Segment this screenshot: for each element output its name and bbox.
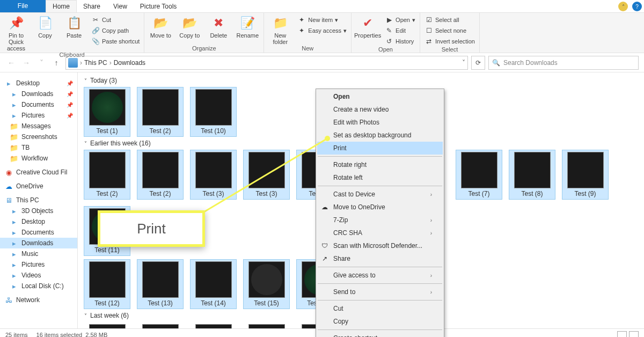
crumb-pc[interactable]: This PC (84, 59, 107, 67)
sidebar-item-network[interactable]: 🖧Network (0, 295, 77, 305)
file-item[interactable]: Test (1) (84, 87, 130, 136)
ctx-sevenzip[interactable]: 7-Zip› (317, 214, 443, 226)
sidebar-item-desktop[interactable]: ▸Desktop📌 (0, 78, 77, 89)
file-item[interactable]: Test (12) (84, 260, 130, 309)
history-button[interactable]: ↺History (384, 36, 416, 46)
sidebar-item-screenshots[interactable]: 📁Screenshots (0, 131, 77, 142)
sidebar-item-tb[interactable]: 📁TB (0, 142, 77, 153)
view-toggle[interactable] (617, 331, 639, 338)
tab-share[interactable]: Share (77, 0, 107, 12)
sidebar-item-dobjects[interactable]: ▸3D Objects (0, 206, 77, 216)
sidebar-item-documents[interactable]: ▸Documents (0, 227, 77, 238)
tab-picture-tools[interactable]: Picture Tools (134, 0, 183, 12)
copy-to-button[interactable]: 📂Copy to (177, 14, 202, 39)
thumbnail (248, 261, 285, 298)
forward-button[interactable]: → (20, 57, 32, 69)
ctx-share[interactable]: ↗Share (317, 252, 443, 265)
delete-button[interactable]: ✖Delete (206, 14, 231, 39)
file-item[interactable]: Test (6) (191, 323, 236, 328)
chevron-down-icon[interactable]: ˅ (462, 59, 465, 67)
ctx-setbg[interactable]: Set as desktop background (317, 129, 443, 142)
sidebar-item-pictures[interactable]: ▸Pictures (0, 259, 77, 270)
ctx-print[interactable]: Print (317, 142, 443, 155)
pin-quick-access-button[interactable]: 📌Pin to Quick access (3, 14, 29, 52)
file-item[interactable]: Test (3) (191, 150, 236, 199)
edit-button[interactable]: ✎Edit (384, 26, 416, 35)
breadcrumb[interactable]: › This PC › Downloads ˅ (65, 56, 468, 70)
recent-button[interactable]: ˅ (35, 57, 47, 69)
search-input[interactable]: 🔍 Search Downloads (488, 56, 639, 70)
ctx-sendto[interactable]: Send to› (317, 285, 443, 298)
ctx-rotr[interactable]: Rotate right (317, 158, 443, 171)
thumbnail (142, 152, 179, 188)
ctx-newvideo[interactable]: Create a new video (317, 103, 443, 116)
file-item[interactable]: Test (10) (191, 87, 236, 136)
copy-path-button[interactable]: 🔗Copy path (90, 26, 141, 35)
sidebar-item-messages[interactable]: 📁Messages (0, 121, 77, 131)
file-item[interactable]: Test (14) (191, 260, 236, 309)
file-item[interactable]: Test (7) (456, 150, 502, 199)
move-to-button[interactable]: 📂Move to (148, 14, 173, 39)
file-item[interactable]: Test (2) (137, 87, 183, 136)
sidebar-item-localdiskc[interactable]: ▸Local Disk (C:) (0, 281, 77, 291)
file-item[interactable]: Test (8) (509, 150, 555, 199)
sidebar-item-desktop[interactable]: ▸Desktop (0, 216, 77, 227)
sidebar-item-onedrive[interactable]: ☁OneDrive (0, 181, 77, 192)
ctx-open[interactable]: Open (317, 90, 443, 103)
file-item[interactable]: Test (7) (244, 323, 289, 328)
file-item[interactable]: Test (9) (562, 150, 608, 199)
group-header-today[interactable]: ˅Today (3) (84, 77, 638, 84)
ctx-crc[interactable]: CRC SHA› (317, 226, 443, 239)
ctx-editphotos[interactable]: Edit with Photos (317, 116, 443, 129)
tab-file[interactable]: File (0, 0, 46, 12)
paste-shortcut-button[interactable]: 📎Paste shortcut (90, 36, 141, 46)
ctx-cast[interactable]: Cast to Device› (317, 188, 443, 201)
new-item-button[interactable]: ✦New item ▾ (296, 15, 348, 25)
easy-access-button[interactable]: ✦Easy access ▾ (296, 26, 348, 35)
tab-home[interactable]: Home (46, 0, 77, 12)
crumb-downloads[interactable]: Downloads (114, 59, 145, 67)
ctx-copy[interactable]: Copy (317, 315, 443, 328)
cut-button[interactable]: ✂Cut (90, 15, 141, 25)
open-button[interactable]: ▶Open ▾ (384, 15, 416, 25)
sidebar-item-videos[interactable]: ▸Videos (0, 270, 77, 281)
sidebar-item-workflow[interactable]: 📁Workflow (0, 153, 77, 164)
file-item[interactable]: Test (3) (244, 150, 289, 199)
sidebar-item-downloads[interactable]: ▸Downloads📌 (0, 89, 77, 99)
refresh-button[interactable]: ⟳ (471, 56, 485, 70)
group-label: New (267, 45, 348, 52)
ctx-defender[interactable]: 🛡Scan with Microsoft Defender... (317, 239, 443, 252)
copy-button[interactable]: 📄Copy (32, 14, 58, 39)
group-label: Organize (148, 45, 260, 52)
ctx-onedrive[interactable]: ☁Move to OneDrive (317, 201, 443, 214)
ctx-access[interactable]: Give access to› (317, 269, 443, 282)
tab-view[interactable]: View (107, 0, 134, 12)
ctx-shortcut[interactable]: Create shortcut (317, 332, 443, 337)
file-item[interactable]: Test (2) (137, 150, 183, 199)
sidebar-item-downloads[interactable]: ▸Downloads (0, 238, 77, 248)
help-icon[interactable]: ? (632, 2, 642, 11)
ctx-cut[interactable]: Cut (317, 302, 443, 315)
properties-button[interactable]: ✔Properties (355, 14, 380, 39)
paste-button[interactable]: 📋Paste (61, 14, 87, 39)
file-item[interactable]: Test (5) (137, 323, 183, 328)
sidebar-item-documents[interactable]: ▸Documents📌 (0, 99, 77, 110)
sidebar-item-pictures[interactable]: ▸Pictures📌 (0, 110, 77, 121)
invert-selection-button[interactable]: ⇄Invert selection (423, 36, 476, 46)
sidebar-item-thispc[interactable]: 🖥This PC (0, 195, 77, 206)
file-item[interactable]: Test (13) (137, 260, 183, 309)
file-item[interactable]: Test (15) (244, 260, 289, 309)
file-item[interactable]: Test (4) (84, 323, 130, 328)
select-none-button[interactable]: ☐Select none (423, 26, 476, 35)
back-button[interactable]: ← (5, 57, 17, 69)
file-name: Test (2) (96, 190, 118, 197)
ctx-rotl[interactable]: Rotate left (317, 171, 443, 184)
sidebar-item-music[interactable]: ▸Music (0, 248, 77, 259)
select-all-button[interactable]: ☑Select all (423, 15, 476, 25)
up-button[interactable]: ↑ (50, 57, 62, 69)
sidebar-item-creativecloud[interactable]: ◉Creative Cloud Fil (0, 167, 77, 178)
file-item[interactable]: Test (2) (84, 150, 130, 199)
minimize-ribbon-icon[interactable]: ˄ (618, 2, 628, 11)
rename-button[interactable]: 📝Rename (235, 14, 260, 39)
new-folder-button[interactable]: 📁New folder (267, 14, 293, 45)
